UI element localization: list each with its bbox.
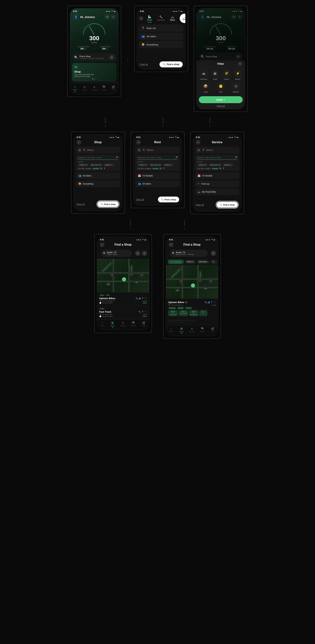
slot-2[interactable]: Jan 7 6 openings — [179, 310, 188, 316]
nav-home[interactable]: ⌂ Home — [70, 85, 80, 92]
option-flexible-rent[interactable]: 📅 I'm flexible — [135, 172, 180, 179]
location-link-service[interactable]: Austin, TX — [212, 168, 221, 170]
chip-affordable[interactable]: Affordable — [197, 260, 209, 264]
find-shop-bar[interactable]: 🔍 Find a Shop Anywhere | All riders | Ev… — [72, 53, 117, 62]
svc-map-pin-4[interactable]: 🚲 — [203, 286, 208, 290]
map-filter-btn[interactable]: ⊟ — [142, 250, 147, 256]
nav-cart-svc[interactable]: 🛒 Cart — [208, 327, 218, 334]
profile-icon-btn[interactable]: ≡ — [111, 14, 116, 20]
chip-ny-service[interactable]: New York, NY — [209, 164, 222, 166]
chip-austin-service[interactable]: Austin, TX — [197, 164, 208, 166]
nav-rewards-svc[interactable]: ★ Rewards — [187, 327, 197, 334]
filter-road[interactable]: 🛣 Road — [210, 69, 220, 80]
map-pin-2[interactable]: 🚲 — [106, 282, 111, 286]
option-everything[interactable]: 📦 Everything — [139, 41, 183, 48]
filter-kids[interactable]: 👶 Kids — [214, 82, 228, 93]
map-pin-5[interactable]: ⊞ — [140, 273, 144, 277]
clear-all-link[interactable]: Clear all — [140, 63, 148, 66]
svc-shop-item-1[interactable]: Uptown Bikes $$ 🔧 👥 📍 ♡ — [166, 298, 218, 318]
shop-item-1[interactable]: Adults Kids Uptown Bikes 🔧 👥 📍 ♡ — [97, 292, 149, 306]
nav-garage-results[interactable]: ⛟ Garage — [128, 321, 139, 328]
chip-ny-rent[interactable]: New York, NY — [149, 164, 162, 166]
map-pin-4[interactable]: 🚲 — [135, 280, 139, 284]
find-shop-btn-service[interactable]: 🔍 Find a shop — [217, 202, 238, 208]
clear-where-shop[interactable]: ✕ — [78, 148, 81, 152]
slot-1[interactable]: Jan 6 Tu 3 openings — [168, 310, 178, 316]
nav-shops-svc[interactable]: ⊞ Shops — [176, 327, 187, 334]
svc-map-pin-main[interactable]: 🚲 — [191, 284, 195, 288]
option-all-riders-shop[interactable]: 👥 All riders — [76, 172, 120, 179]
where-bar-rent[interactable]: ✕ 📍 Where — [135, 146, 180, 154]
where-bar-service[interactable]: ✕ 📍 Where — [195, 146, 239, 154]
back-btn-service[interactable]: ‹ — [196, 140, 200, 145]
slot-4[interactable]: Ja... 8+ — [199, 310, 207, 316]
back-button[interactable]: ‹ — [139, 16, 143, 20]
slot-3[interactable]: Jan 8 Tu 6 openings — [189, 310, 198, 316]
svc-map-search-bar[interactable]: 🔍 Austin, TX Before 10 AM · Tune-up — [170, 250, 208, 257]
filter-balance[interactable]: ⚖ Balance — [229, 82, 243, 93]
chip-knowledgable[interactable]: Knowledgable — [168, 260, 184, 264]
settings-icon-btn[interactable]: ⚙ — [105, 14, 110, 20]
svc-map-filter-btn[interactable]: ⊟ — [211, 250, 216, 256]
chip-dallas-rent[interactable]: Dallas, T... — [163, 164, 174, 166]
clear-where-service[interactable]: ✕ — [197, 148, 200, 152]
chip-ny-shop[interactable]: New York, NY — [89, 164, 103, 166]
nav-rewards[interactable]: ★ Rewards — [89, 85, 99, 92]
option-near-me[interactable]: 📍 Near me — [139, 24, 183, 32]
tab-service[interactable]: 🔧 Service — [156, 14, 166, 22]
tab-rent[interactable]: 🚲 Rent — [167, 14, 178, 22]
find-shop-btn-rent[interactable]: 🔍 Find a shop — [158, 196, 179, 202]
option-bike-service[interactable]: 🚲 My Road Bike — [195, 188, 239, 195]
apply-button[interactable]: Apply ✓ — [199, 96, 243, 103]
shop-heart-1[interactable]: ♡ — [144, 297, 147, 300]
where-bar-shop[interactable]: ✕ 📍 Where — [76, 146, 120, 154]
location-link-shop[interactable]: Austin, TX — [93, 168, 102, 170]
chip-austin-rent[interactable]: Austin, TX — [138, 164, 148, 166]
option-flexible-service[interactable]: 📅 I'm flexible — [195, 172, 239, 179]
location-link-rent[interactable]: Austin, TX — [153, 168, 162, 170]
nav-cart-results[interactable]: 🛒 Cart — [139, 321, 149, 328]
svc-heart[interactable]: ♡ — [213, 301, 216, 304]
nav-rewards-results[interactable]: ★ Rewards — [118, 321, 128, 328]
chip-dallas-shop[interactable]: Dallas, T... — [103, 164, 114, 166]
nav-garage[interactable]: ⛟ Garage — [99, 85, 109, 92]
clear-link-rent[interactable]: Clear all — [136, 198, 144, 201]
clear-all-filter[interactable]: Clear all — [197, 105, 245, 109]
svc-map-pin-1[interactable]: ⊞ — [179, 279, 183, 283]
nav-shops[interactable]: ⊞ Shops — [80, 85, 90, 92]
option-all-riders[interactable]: 👥 All riders — [139, 32, 183, 40]
back-btn-rent[interactable]: ‹ — [136, 140, 141, 145]
filter-gravel[interactable]: 🌾 Gravel — [221, 69, 231, 80]
option-riders-rent[interactable]: 👥 All riders — [135, 180, 180, 187]
back-btn-results[interactable]: ‹ — [100, 242, 105, 247]
clear-link-shop[interactable]: Clear all — [77, 203, 85, 206]
nav-home-svc[interactable]: ⌂ Home — [166, 327, 177, 334]
filter-mountain[interactable]: ⛰ Mountain — [199, 69, 209, 80]
filter-cargo[interactable]: 📦 Cargo — [199, 82, 212, 93]
svc-map-pin-5[interactable]: ⊞ — [209, 279, 213, 283]
nav-cart[interactable]: 🛒 Cart — [109, 85, 118, 92]
clear-link-service[interactable]: Clear all — [196, 204, 204, 206]
map-pin-main[interactable]: 🚲 — [122, 277, 126, 282]
shop-heart-2[interactable]: ♡ — [144, 310, 147, 313]
close-filter-button[interactable]: ✕ — [238, 62, 242, 66]
clear-where-rent[interactable]: ✕ — [138, 148, 141, 152]
tab-shop[interactable]: 🏪 Shop — [144, 14, 155, 22]
find-shop-btn-shop[interactable]: 🔍 Find a shop — [97, 201, 119, 207]
chip-efficient[interactable]: Efficient — [185, 260, 195, 264]
filter-electric[interactable]: ⚡ Electric — [233, 69, 243, 80]
back-btn-shop[interactable]: ‹ — [77, 140, 81, 145]
chip-austin-shop[interactable]: Austin, TX — [78, 164, 89, 166]
option-tuneup-service[interactable]: ✏ Tune-up — [195, 180, 239, 187]
list-toggle-btn[interactable]: ⊞ — [135, 250, 141, 256]
map-pin-1[interactable]: ⊞ — [110, 273, 114, 277]
find-shop-button[interactable]: 🔍 Find a shop — [159, 62, 183, 68]
nav-home-results[interactable]: ⌂ Home — [97, 321, 108, 328]
map-search-bar[interactable]: 🔍 Austin, TX Adults · Bikes — [101, 250, 132, 257]
nav-garage-svc[interactable]: ⛟ Garage — [197, 327, 208, 334]
chip-dallas-service[interactable]: Dallas, T... — [223, 164, 233, 166]
back-btn-svc-results[interactable]: ‹ — [169, 242, 174, 247]
svc-map-pin-2[interactable]: 🚲 — [175, 288, 180, 292]
nav-shops-results[interactable]: ⊞ Shops — [107, 321, 118, 328]
shop-item-2[interactable]: Adults Fast Track 🔧 📍 ♡ — [97, 306, 149, 320]
